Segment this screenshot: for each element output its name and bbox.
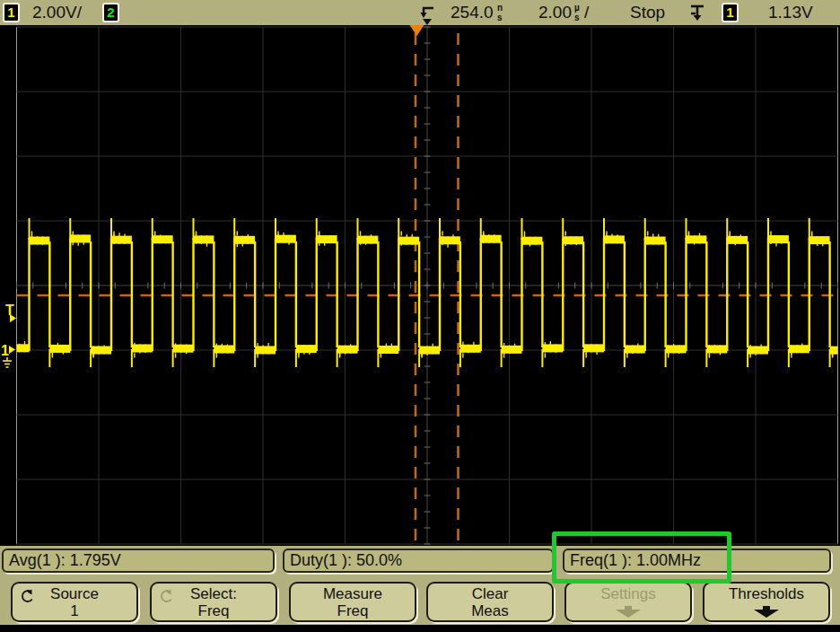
menu-down-arrow-gray-icon: [616, 606, 641, 618]
timebase-suffix: /: [584, 0, 589, 25]
measurement-avg: Avg(1 ): 1.795V: [2, 549, 275, 573]
softkey-select[interactable]: Select: Freq: [150, 582, 277, 622]
delay-units: n s: [497, 3, 503, 22]
softkey-clear-meas[interactable]: Clear Meas: [426, 582, 554, 622]
trigger-source-badge: 1: [722, 3, 739, 22]
delay-readout: 254.0: [451, 0, 494, 25]
falling-edge-trigger-icon: [689, 4, 705, 22]
softkey-measure[interactable]: Measure Freq: [289, 582, 416, 622]
channel1-badge: 1: [3, 3, 20, 22]
timebase-readout: 2.00: [538, 0, 572, 25]
softkey-settings: Settings: [564, 582, 692, 622]
ground-marker-arrow: [9, 346, 15, 354]
trigger-level-readout: 1.13V: [768, 0, 813, 25]
timebase-units: µ s: [574, 3, 580, 22]
time-reference-tick: [423, 19, 432, 25]
bottom-panel: Avg(1 ): 1.795V Duty(1 ): 50.0% Freq(1 )…: [0, 546, 840, 625]
softkey-thresholds[interactable]: Thresholds: [703, 582, 830, 622]
measurement-freq: Freq(1 ): 1.00MHz: [563, 549, 831, 573]
channel1-scale: 2.00V/: [32, 0, 82, 25]
ground-marker-label: 1: [1, 343, 9, 358]
softkey-source[interactable]: Source 1: [11, 582, 138, 622]
run-state: Stop: [630, 0, 665, 25]
measurement-duty: Duty(1 ): 50.0%: [283, 549, 554, 573]
channel2-badge: 2: [102, 3, 119, 22]
scope-canvas: T1: [0, 25, 840, 546]
status-bar: 1 2.00V/ 2 254.0 n s 2.00 µ s / Stop 1 1…: [0, 0, 840, 25]
trigger-position-marker: [410, 25, 424, 36]
menu-down-arrow-icon: [754, 606, 779, 618]
oscilloscope-screen: 1 2.00V/ 2 254.0 n s 2.00 µ s / Stop 1 1…: [0, 0, 840, 632]
